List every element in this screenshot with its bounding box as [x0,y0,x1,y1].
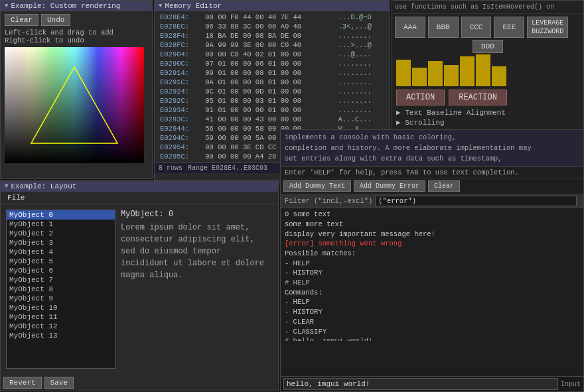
text-baseline-alignment-item[interactable]: ▶ Text Baseline Alignment [392,107,583,117]
console-output-line: some more text [285,220,579,229]
memory-table-row: E0291C:0A 01 00 00 08 01 00 00........ [157,78,386,87]
list-item[interactable]: MyObject 12 [7,322,115,331]
memory-editor-title: Memory Editor [165,2,222,10]
layout-window: ▼ Example: Layout File MyObject 0MyObjec… [0,180,279,391]
object-desc: Lorem ipsum dolor sit amet, consectetur … [121,222,273,281]
bbb-button[interactable]: BBB [428,17,459,38]
console-help-text: Enter 'HELP' for help, press TAB to use … [281,167,583,178]
memory-editor-title-bar: ▼ Memory Editor [155,1,389,11]
console-output-line: - CLEAR [285,317,579,327]
list-item[interactable]: MyObject 8 [7,285,115,294]
list-item[interactable]: MyObject 5 [7,257,115,266]
bar-chart [392,58,583,88]
console-output-line: Commands: [285,288,579,298]
memory-table-row: E02934:01 01 00 00 00 01 00 00........ [157,105,386,115]
custom-rendering-title-bar: ▼ Example: Custom rendering [1,1,152,11]
list-item[interactable]: MyObject 10 [7,303,115,312]
right-panel-desc: use functions such as IsItemHovered() on [392,1,583,14]
scrolling-item[interactable]: ▶ Scrolling [392,117,583,127]
ddd-button[interactable]: DDD [473,40,503,53]
list-item[interactable]: MyObject 9 [7,294,115,303]
memory-rows: 8 rows [159,164,183,172]
clear-button[interactable]: Clear [5,14,38,26]
menu-bar[interactable]: File [1,192,278,204]
list-item[interactable]: MyObject 6 [7,266,115,275]
console-input[interactable] [283,378,558,390]
collapse-arrow-icon: ▶ [396,109,401,117]
layout-title-bar: ▼ Example: Layout [1,181,278,192]
console-output-line: # hello, imgui world! [285,336,579,341]
add-dummy-text-button[interactable]: Add Dummy Text [283,180,351,192]
console-output-line: - CLASSIFY [285,327,579,337]
list-item[interactable]: MyObject 11 [7,312,115,322]
console-output-line: [error] something went wrong [285,239,579,249]
collapse-arrow-icon: ▶ [396,119,401,127]
right-panel: use functions such as IsItemHovered() on… [392,0,584,133]
ccc-button[interactable]: CCC [461,17,492,38]
custom-rendering-title: Example: Custom rendering [11,2,120,10]
memory-table-row: E028EC:06 33 88 3C 00 00 A0 40.3<,...@ [157,22,386,31]
bar-3 [428,61,443,86]
list-item[interactable]: MyObject 3 [7,238,115,247]
object-list[interactable]: MyObject 0MyObject 1MyObject 2MyObject 3… [6,210,115,369]
save-button[interactable]: Save [44,377,74,389]
console-output-line: - HELP [285,297,579,307]
memory-table-row: E02924:0C 01 00 00 0D 01 00 00........ [157,87,386,96]
memory-table-row: E02904:00 00 C8 40 02 01 00 00...@.... [157,50,386,59]
list-item[interactable]: MyObject 4 [7,247,115,257]
aaa-button[interactable]: AAA [395,17,425,38]
console-output-line: # HELP [285,278,579,288]
layout-title: Example: Layout [11,182,76,190]
list-item[interactable]: MyObject 13 [7,331,115,340]
hint-line2: Right-click to undo [5,36,148,44]
console-clear-button[interactable]: Clear [428,180,460,192]
color-canvas[interactable] [5,47,144,163]
bar-5 [460,56,475,86]
reaction-button[interactable]: REACTION [449,90,507,105]
memory-table-row: E0293C:41 00 00 00 43 00 00 00A...C... [157,115,386,124]
bar-7 [492,66,506,86]
action-button[interactable]: ACTION [396,90,445,105]
layout-bottom-buttons: Revert Save [1,374,278,391]
memory-editor-arrow-icon: ▼ [159,3,162,9]
filter-bar: Filter ("incl,-excl") [281,194,583,208]
list-item[interactable]: MyObject 7 [7,275,115,285]
memory-table-row: E028F4:18 BA DE 00 08 BA DE 00........ [157,31,386,40]
layout-arrow-icon: ▼ [5,183,8,190]
console-output-line: - HELP [285,259,579,269]
memory-table-row: E0292C:05 01 00 00 03 01 00 00........ [157,96,386,105]
bar-6 [476,54,490,86]
collapse-arrow-icon: ▼ [5,3,8,9]
console-output: 0 some textsome more textdisplay very im… [281,208,583,341]
bar-1 [396,60,411,86]
console-output-line: - HISTORY [285,307,579,317]
filter-label: Filter ("incl,-excl") [285,197,372,205]
list-item[interactable]: MyObject 2 [7,229,115,238]
svg-rect-2 [5,47,144,163]
console-output-line: display very important message here! [285,229,579,239]
filter-input[interactable] [375,196,577,206]
add-dummy-error-button[interactable]: Add Dummy Error [354,180,425,192]
revert-button[interactable]: Revert [3,377,42,389]
console-input-bar: Input [281,376,583,391]
bar-2 [412,68,427,86]
undo-button[interactable]: Undo [41,14,70,26]
console-output-line: 0 some text [285,210,579,220]
eee-button[interactable]: EEE [494,17,524,38]
memory-table-row: E0290C:07 01 00 00 06 01 00 00........ [157,59,386,68]
console-input-label: Input [561,381,581,388]
list-item[interactable]: MyObject 0 [7,210,115,220]
object-name: MyObject: 0 [121,210,273,219]
leverage-button[interactable]: LEVERAGEBUZZWORD [527,17,568,38]
list-item[interactable]: MyObject 1 [7,220,115,229]
memory-range: Range E028E4..E03C93 [188,164,267,172]
hint-line1: Left-click and drag to add [5,29,148,36]
memory-table-row: E028FC:9A 99 99 3E 00 00 C0 40...>...@ [157,40,386,50]
memory-table-row: E028E4:00 00 F0 44 00 40 7E 44...D.@~D [157,13,386,22]
console-description: implements a console with basic coloring… [281,130,583,167]
console-output-line: - HISTORY [285,268,579,278]
console-buttons-bar: Add Dummy Text Add Dummy Error Clear [281,178,583,194]
bar-4 [444,65,459,86]
file-menu[interactable]: File [5,193,27,202]
custom-rendering-window: ▼ Example: Custom rendering Clear Undo L… [0,0,153,179]
